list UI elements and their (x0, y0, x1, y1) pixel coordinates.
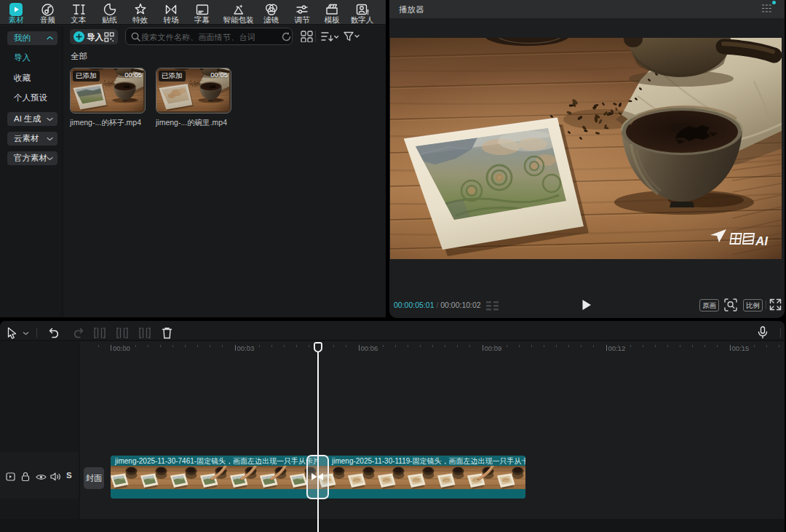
svg-text:AI: AI (755, 234, 769, 248)
